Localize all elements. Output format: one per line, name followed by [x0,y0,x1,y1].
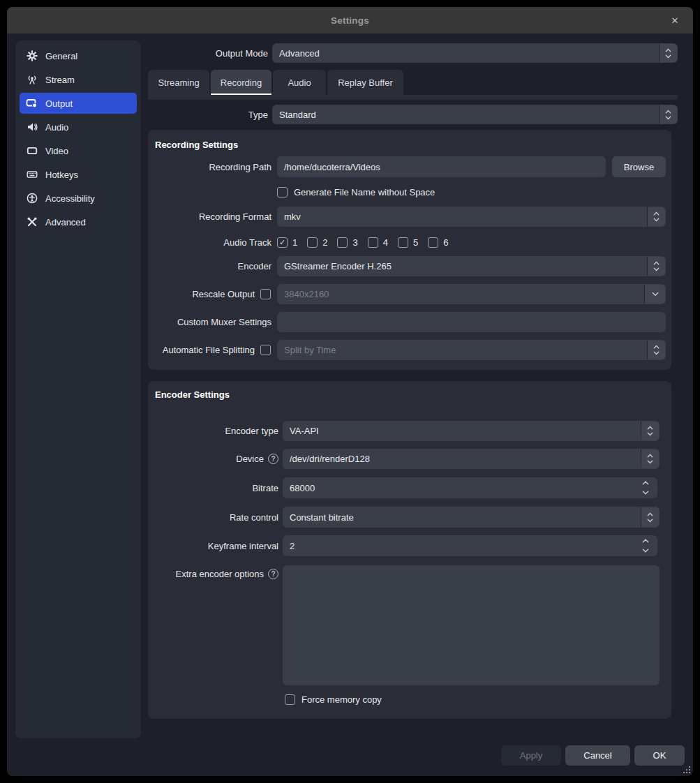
device-select[interactable]: /dev/dri/renderD128 [283,449,660,469]
spinner-arrows-icon [641,422,659,440]
audio-track-label: Audio Track [148,237,271,248]
extra-encoder-options-textarea[interactable] [283,565,660,685]
bitrate-label: Bitrate [148,483,278,493]
recording-format-row: Recording Format mkv [148,207,666,227]
output-mode-select[interactable]: Advanced [272,43,678,63]
recording-path-input[interactable]: /home/ducoterra/Videos [277,156,606,177]
tab-replay-buffer[interactable]: Replay Buffer [327,70,403,95]
audio-track-6-checkbox[interactable] [428,237,438,248]
audio-track-4-checkbox[interactable] [368,237,378,248]
force-memory-copy-checkbox[interactable] [285,694,295,705]
recording-format-select[interactable]: mkv [277,207,666,227]
resize-grip[interactable] [683,766,691,774]
close-button[interactable]: ✕ [667,7,683,33]
device-label: Device [236,454,264,464]
force-memory-copy-row: Force memory copy [285,694,382,706]
encoder-label: Encoder [148,261,271,271]
recording-path-label: Recording Path [148,162,271,172]
sidebar-item-label: Accessibility [45,193,95,204]
bitrate-spinbox[interactable]: 68000 [283,477,657,498]
chevron-down-icon [644,285,665,304]
tab-audio[interactable]: Audio [273,70,326,95]
tools-icon [26,216,38,228]
cancel-button[interactable]: Cancel [565,745,630,766]
sidebar-item-output[interactable]: Output [20,93,137,114]
encoder-settings-title: Encoder Settings [155,389,230,400]
keyframe-interval-row: Keyframe interval 2 [148,535,657,556]
apply-button[interactable]: Apply [501,745,561,766]
sidebar-item-video[interactable]: Video [20,140,137,161]
custom-muxer-row: Custom Muxer Settings [148,312,666,332]
sidebar-item-label: Advanced [45,217,86,228]
rate-control-select[interactable]: Constant bitrate [283,507,660,528]
sidebar-item-label: Video [45,146,68,156]
sidebar-item-label: Stream [45,75,75,85]
rate-control-row: Rate control Constant bitrate [148,507,660,528]
recording-settings-panel: Recording Settings Recording Path /home/… [148,130,671,370]
audio-track-5-checkbox[interactable] [398,237,408,248]
spinner-arrows-icon [641,507,659,527]
file-splitting-select[interactable]: Split by Time [277,340,666,360]
sidebar-item-label: General [45,51,77,61]
tab-recording[interactable]: Recording [211,70,271,95]
file-splitting-checkbox[interactable] [260,345,271,355]
accessibility-icon [26,193,38,204]
keyframe-interval-label: Keyframe interval [148,541,278,551]
display-record-icon [26,98,38,110]
broadcast-icon [26,74,38,86]
audio-track-3-checkbox[interactable] [337,237,348,248]
sidebar-item-advanced[interactable]: Advanced [20,211,137,232]
encoder-type-label: Encoder type [148,426,278,436]
sidebar-item-audio[interactable]: Audio [20,117,137,137]
spinner-arrows-icon [659,105,677,124]
output-tab-bar: Streaming Recording Audio Replay Buffer [148,70,403,95]
browse-button[interactable]: Browse [612,156,666,177]
spin-up-button[interactable] [642,481,649,485]
custom-muxer-input[interactable] [277,312,666,332]
sidebar-item-hotkeys[interactable]: Hotkeys [20,164,137,185]
title-bar: Settings ✕ [7,7,693,33]
audio-track-2-checkbox[interactable] [307,237,318,248]
settings-window: Settings ✕ General Stream Output Au [7,7,693,776]
sidebar-item-label: Hotkeys [45,170,78,180]
window-title: Settings [331,15,369,26]
recording-format-label: Recording Format [148,211,271,222]
help-icon: ? [268,569,278,579]
encoder-select[interactable]: GStreamer Encoder H.265 [277,256,666,276]
spinner-arrows-icon [647,257,665,276]
device-row: Device ? /dev/dri/renderD128 [148,449,660,469]
sidebar-item-stream[interactable]: Stream [20,69,137,90]
spinner-arrows-icon [641,449,659,468]
type-select[interactable]: Standard [272,105,678,124]
keyboard-icon [26,169,38,181]
audio-track-1-checkbox[interactable]: ✓ [277,237,288,248]
type-row: Type Standard [148,105,678,124]
output-mode-row: Output Mode Advanced [148,43,678,63]
gear-icon [26,50,38,62]
rescale-output-checkbox[interactable] [260,289,271,299]
keyframe-interval-spinbox[interactable]: 2 [283,535,657,556]
spin-down-button[interactable] [642,549,649,553]
bitrate-row: Bitrate 68000 [148,477,657,498]
monitor-icon [26,145,38,157]
encoder-row: Encoder GStreamer Encoder H.265 [148,256,666,276]
spin-down-button[interactable] [642,491,649,495]
file-splitting-label: Automatic File Splitting [148,345,255,355]
encoder-type-select[interactable]: VA-API [283,421,660,441]
recording-path-row: Recording Path /home/ducoterra/Videos Br… [148,156,666,177]
spinner-arrows-icon [647,341,665,359]
force-memory-copy-label: Force memory copy [301,694,382,705]
extra-options-label: Extra encoder options [176,569,264,579]
spin-up-button[interactable] [642,539,649,543]
ok-button[interactable]: OK [634,745,685,766]
sidebar-item-general[interactable]: General [20,45,137,66]
rescale-resolution-select[interactable]: 3840x2160 [277,284,666,304]
sidebar-item-accessibility[interactable]: Accessibility [20,188,137,209]
settings-sidebar: General Stream Output Audio Video [15,40,141,738]
audio-track-row: Audio Track ✓1 2 3 4 5 6 [148,236,666,248]
file-splitting-row: Automatic File Splitting Split by Time [148,340,666,360]
spinner-arrows-icon [659,44,677,62]
tab-streaming[interactable]: Streaming [148,70,209,95]
generate-no-space-checkbox[interactable] [277,187,288,197]
spinner-arrows-icon [647,207,665,226]
